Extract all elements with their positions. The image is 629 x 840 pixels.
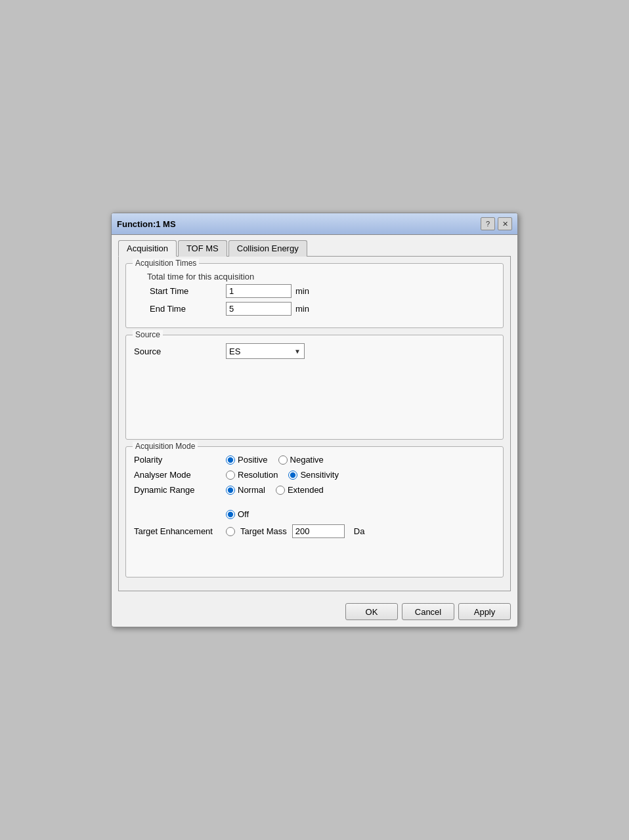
tab-collision-energy[interactable]: Collision Energy xyxy=(228,240,307,257)
end-time-row: End Time min xyxy=(134,302,495,316)
ok-button[interactable]: OK xyxy=(345,603,398,620)
analyser-resolution-radio[interactable] xyxy=(226,471,235,480)
source-select[interactable]: ES APCI NanoES xyxy=(226,343,305,359)
dynamic-range-normal-radio[interactable] xyxy=(226,486,235,495)
target-mass-radio[interactable] xyxy=(226,527,235,536)
start-time-unit: min xyxy=(295,286,309,296)
analyser-sensitivity-label: Sensitivity xyxy=(300,470,339,480)
end-time-label: End Time xyxy=(134,304,226,314)
close-button[interactable]: ✕ xyxy=(498,217,512,230)
group-acquisition-mode: Acquisition Mode Polarity Positive xyxy=(125,446,504,578)
analyser-mode-label: Analyser Mode xyxy=(134,470,226,480)
dialog-footer: OK Cancel Apply xyxy=(112,598,517,627)
polarity-negative[interactable]: Negative xyxy=(278,455,324,465)
polarity-negative-label: Negative xyxy=(290,455,324,465)
dynamic-range-label: Dynamic Range xyxy=(134,485,226,495)
source-label: Source xyxy=(134,346,226,356)
target-enhancement-off[interactable]: Off xyxy=(226,509,249,519)
target-off-label: Off xyxy=(238,509,249,519)
tab-acquisition[interactable]: Acquisition xyxy=(118,240,177,257)
polarity-radio-group: Positive Negative xyxy=(226,455,324,465)
target-mass-unit: Da xyxy=(354,526,365,536)
window-title: Function:1 MS xyxy=(117,219,176,229)
help-button[interactable]: ? xyxy=(481,217,495,230)
analyser-resolution-label: Resolution xyxy=(238,470,278,480)
group-label-acquisition-mode: Acquisition Mode xyxy=(133,442,198,451)
tab-bar: Acquisition TOF MS Collision Energy xyxy=(118,240,511,257)
polarity-negative-radio[interactable] xyxy=(278,455,288,465)
polarity-positive-radio[interactable] xyxy=(226,455,235,465)
polarity-positive[interactable]: Positive xyxy=(226,455,268,465)
dialog-window: Function:1 MS ? ✕ Acquisition TOF MS Col… xyxy=(111,213,518,627)
start-time-row: Start Time min xyxy=(134,284,495,298)
dialog-body: Acquisition TOF MS Collision Energy Acqu… xyxy=(112,235,517,598)
target-enhancement-label: Target Enhancement xyxy=(134,526,226,536)
target-enhancement-row: Off Target Enhancement Target Mass Da xyxy=(134,509,495,538)
target-off-radio[interactable] xyxy=(226,510,235,519)
end-time-input[interactable] xyxy=(226,302,292,316)
target-mass-input[interactable] xyxy=(292,524,345,538)
source-row: Source ES APCI NanoES xyxy=(134,343,495,359)
polarity-row: Polarity Positive Negative xyxy=(134,455,495,465)
dynamic-range-extended-label: Extended xyxy=(288,485,324,495)
dynamic-range-row: Dynamic Range Normal Extended xyxy=(134,485,495,495)
group-label-source: Source xyxy=(133,330,163,339)
title-bar-buttons: ? ✕ xyxy=(481,217,512,230)
analyser-mode-radio-group: Resolution Sensitivity xyxy=(226,470,339,480)
analyser-sensitivity-radio[interactable] xyxy=(288,471,297,480)
polarity-label: Polarity xyxy=(134,455,226,465)
end-time-unit: min xyxy=(295,304,309,314)
polarity-positive-label: Positive xyxy=(238,455,268,465)
dynamic-range-extended-radio[interactable] xyxy=(276,486,285,495)
dynamic-range-normal-label: Normal xyxy=(238,485,265,495)
dynamic-range-normal[interactable]: Normal xyxy=(226,485,265,495)
dynamic-range-radio-group: Normal Extended xyxy=(226,485,324,495)
tab-tof-ms[interactable]: TOF MS xyxy=(178,240,227,257)
dynamic-range-extended[interactable]: Extended xyxy=(276,485,324,495)
group-acquisition-times: Acquisition Times Total time for this ac… xyxy=(125,263,504,328)
group-label-acquisition-times: Acquisition Times xyxy=(133,259,199,268)
start-time-label: Start Time xyxy=(134,286,226,296)
acquisition-times-info: Total time for this acquisition xyxy=(147,272,495,282)
cancel-button[interactable]: Cancel xyxy=(402,603,454,620)
tab-content-acquisition: Acquisition Times Total time for this ac… xyxy=(118,256,511,591)
group-source: Source Source ES APCI NanoES xyxy=(125,335,504,440)
source-select-wrapper: ES APCI NanoES xyxy=(226,343,305,359)
target-mass-label: Target Mass xyxy=(240,526,287,536)
start-time-input[interactable] xyxy=(226,284,292,298)
analyser-sensitivity[interactable]: Sensitivity xyxy=(288,470,339,480)
title-bar: Function:1 MS ? ✕ xyxy=(112,213,517,235)
analyser-resolution[interactable]: Resolution xyxy=(226,470,278,480)
target-enhancement-mass[interactable]: Target Mass Da xyxy=(226,524,364,538)
analyser-mode-row: Analyser Mode Resolution Sensitivity xyxy=(134,470,495,480)
apply-button[interactable]: Apply xyxy=(458,603,511,620)
